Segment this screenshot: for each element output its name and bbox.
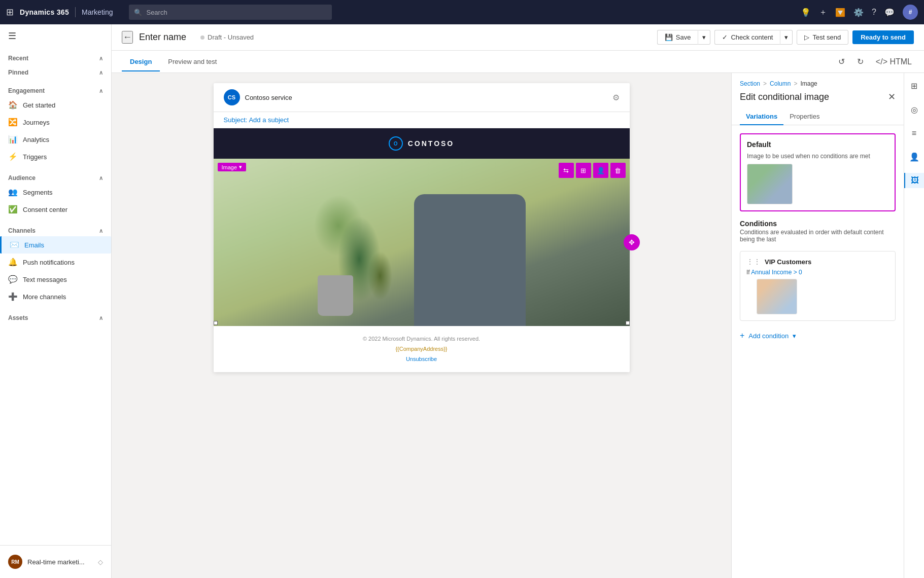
test-send-button[interactable]: ▷ Test send bbox=[797, 30, 848, 45]
sidebar-recent-label[interactable]: Recent ∧ bbox=[0, 50, 111, 64]
conditions-description: Conditions are evaluated in order with d… bbox=[740, 229, 896, 243]
sidebar-item-label: Segments bbox=[23, 189, 53, 196]
recent-chevron: ∧ bbox=[99, 55, 103, 62]
sidebar-audience-section: Audience ∧ 👥 Segments ✅ Consent center bbox=[0, 167, 111, 220]
sidebar-item-text-messages[interactable]: 💬 Text messages bbox=[0, 271, 111, 288]
breadcrumb-section[interactable]: Section bbox=[740, 80, 760, 87]
resize-corner-br[interactable] bbox=[626, 321, 630, 325]
sidebar-item-more-channels[interactable]: ➕ More channels bbox=[0, 288, 111, 305]
help-icon[interactable]: ? bbox=[872, 8, 876, 17]
check-content-split-button: ✓ Check content ▾ bbox=[714, 30, 793, 45]
image-panel-icon[interactable]: 🖼 bbox=[904, 173, 924, 188]
panel-tab-variations[interactable]: Variations bbox=[740, 109, 783, 125]
image-action-personalize[interactable]: 👤 bbox=[593, 163, 608, 178]
sidebar-hamburger[interactable]: ☰ bbox=[0, 24, 111, 48]
plant-pot bbox=[318, 275, 353, 316]
add-condition-label: Add condition bbox=[748, 332, 789, 340]
panel-breadcrumb: Section > Column > Image bbox=[732, 73, 904, 87]
image-label-badge[interactable]: Image ▾ bbox=[218, 163, 247, 171]
sidebar-channels-label[interactable]: Channels ∧ bbox=[0, 222, 111, 236]
default-image-thumbnail[interactable] bbox=[747, 164, 793, 204]
analytics-icon: 📊 bbox=[8, 135, 18, 144]
panel-tab-properties[interactable]: Properties bbox=[783, 109, 826, 125]
default-card-description: Image to be used when no conditions are … bbox=[747, 153, 888, 160]
consent-icon: ✅ bbox=[8, 205, 18, 214]
sidebar-item-label: Consent center bbox=[23, 206, 67, 213]
sidebar-assets-label[interactable]: Assets ∧ bbox=[0, 309, 111, 323]
email-canvas: CS Contoso service ⚙ Subject: Add a subj… bbox=[214, 83, 630, 372]
add-subject-link[interactable]: Add a subject bbox=[249, 116, 289, 124]
html-button[interactable]: </> HTML bbox=[874, 55, 914, 68]
add-condition-button[interactable]: + Add condition ▾ bbox=[740, 329, 896, 342]
sidebar-item-consent-center[interactable]: ✅ Consent center bbox=[0, 201, 111, 218]
image-move-handle[interactable]: ✥ bbox=[624, 234, 640, 250]
sidebar-item-label: Push notifications bbox=[23, 259, 75, 266]
settings-gear-icon[interactable]: ⚙ bbox=[612, 93, 620, 102]
sidebar-item-analytics[interactable]: 📊 Analytics bbox=[0, 131, 111, 148]
breadcrumb-sep2: > bbox=[794, 80, 797, 87]
sidebar-item-journeys[interactable]: 🔀 Journeys bbox=[0, 114, 111, 131]
vip-image-preview bbox=[757, 279, 797, 314]
sidebar-item-emails[interactable]: ✉️ Emails bbox=[0, 236, 111, 254]
save-icon: 💾 bbox=[665, 33, 673, 41]
resize-corner-bl[interactable] bbox=[214, 321, 218, 325]
test-send-icon: ▷ bbox=[804, 33, 809, 41]
sidebar-bottom-item-realtime[interactable]: RM Real-time marketi... ◇ bbox=[0, 551, 111, 573]
vip-card-title: VIP Customers bbox=[765, 258, 811, 266]
lightbulb-icon[interactable]: 💡 bbox=[801, 8, 811, 17]
sidebar-pinned-label[interactable]: Pinned ∧ bbox=[0, 64, 111, 78]
more-icon: ➕ bbox=[8, 292, 18, 301]
redo-button[interactable]: ↻ bbox=[855, 55, 866, 68]
settings-icon[interactable]: ⚙️ bbox=[853, 8, 864, 17]
sidebar-item-segments[interactable]: 👥 Segments bbox=[0, 184, 111, 201]
user-avatar[interactable]: # bbox=[903, 5, 918, 20]
tab-right-actions: ↺ ↻ </> HTML bbox=[836, 55, 914, 68]
save-chevron-button[interactable]: ▾ bbox=[698, 30, 710, 45]
unsubscribe-link[interactable]: Unsubscribe bbox=[222, 354, 622, 365]
targeting-icon[interactable]: ◎ bbox=[908, 102, 921, 118]
save-button[interactable]: 💾 Save bbox=[657, 30, 698, 45]
filter-icon[interactable]: 🔽 bbox=[835, 8, 845, 17]
chat-icon[interactable]: 💬 bbox=[884, 8, 895, 17]
layout-icon[interactable]: ⊞ bbox=[908, 78, 920, 94]
image-action-move[interactable]: ⇆ bbox=[559, 163, 574, 178]
vip-card[interactable]: ⋮⋮ VIP Customers If Annual Income > 0 bbox=[740, 251, 896, 321]
tab-design[interactable]: Design bbox=[122, 53, 160, 71]
default-card[interactable]: Default Image to be used when no conditi… bbox=[740, 133, 896, 211]
sidebar-item-triggers[interactable]: ⚡ Triggers bbox=[0, 148, 111, 165]
vip-condition-text[interactable]: Annual Income > 0 bbox=[751, 269, 802, 276]
vip-image-thumbnail[interactable] bbox=[757, 279, 797, 314]
sidebar-item-push-notifications[interactable]: 🔔 Push notifications bbox=[0, 254, 111, 271]
back-button[interactable]: ← bbox=[122, 31, 133, 44]
tab-preview-test[interactable]: Preview and test bbox=[160, 53, 225, 71]
list-icon[interactable]: ≡ bbox=[909, 126, 919, 141]
sender-avatar: CS bbox=[224, 89, 240, 105]
ready-to-send-button[interactable]: Ready to send bbox=[852, 30, 914, 44]
grid-icon[interactable]: ⊞ bbox=[6, 7, 14, 18]
panel-close-button[interactable]: ✕ bbox=[888, 91, 896, 102]
breadcrumb-column[interactable]: Column bbox=[770, 80, 791, 87]
sidebar-bottom-label: Real-time marketi... bbox=[27, 558, 85, 566]
email-image[interactable] bbox=[214, 159, 630, 326]
undo-button[interactable]: ↺ bbox=[836, 55, 847, 68]
right-panel: Section > Column > Image Edit conditiona… bbox=[731, 73, 904, 578]
sidebar-audience-label[interactable]: Audience ∧ bbox=[0, 169, 111, 184]
page-title: Enter name bbox=[139, 32, 186, 43]
image-action-delete[interactable]: 🗑 bbox=[610, 163, 626, 178]
sidebar-item-label: Triggers bbox=[23, 153, 47, 161]
plus-icon[interactable]: ＋ bbox=[819, 7, 827, 18]
sidebar-item-get-started[interactable]: 🏠 Get started bbox=[0, 96, 111, 114]
check-content-chevron-button[interactable]: ▾ bbox=[780, 30, 793, 45]
sidebar-engagement-label[interactable]: Engagement ∧ bbox=[0, 82, 111, 96]
sidebar-recent-section: Recent ∧ Pinned ∧ bbox=[0, 48, 111, 80]
check-content-button[interactable]: ✓ Check content bbox=[714, 30, 780, 45]
image-action-link[interactable]: ⊞ bbox=[576, 163, 591, 178]
panel-body: Default Image to be used when no conditi… bbox=[732, 125, 904, 350]
image-badge-chevron: ▾ bbox=[239, 164, 242, 170]
panel-tabs: Variations Properties bbox=[732, 109, 904, 125]
search-input[interactable] bbox=[146, 9, 327, 16]
check-icon: ✓ bbox=[722, 33, 728, 41]
people-icon[interactable]: 👤 bbox=[906, 149, 922, 165]
sender-name: Contoso service bbox=[245, 94, 292, 101]
vip-drag-handle[interactable]: ⋮⋮ bbox=[746, 258, 761, 266]
